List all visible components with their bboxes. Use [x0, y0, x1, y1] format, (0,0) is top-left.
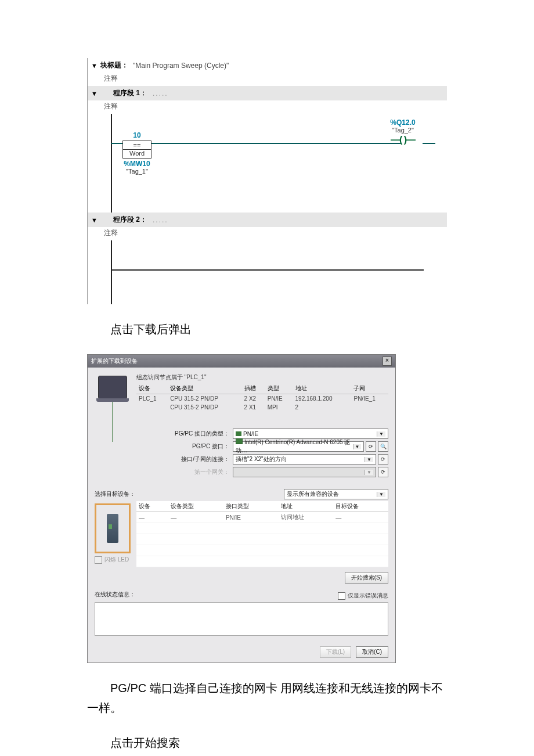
network-1-dots: ..... — [153, 89, 168, 98]
output-coil[interactable]: %Q12.0 "Tag_2" —( )— — [385, 118, 420, 145]
filter-combo[interactable]: 显示所有兼容的设备 ▼ — [284, 489, 388, 499]
compare-datatype: Word — [123, 150, 151, 157]
cell: 2 — [293, 403, 352, 412]
refresh-button[interactable]: ⟳ — [366, 441, 376, 452]
pgpc-type-combo[interactable]: PN/IE ▼ — [233, 429, 388, 439]
target-device-preview — [95, 503, 131, 553]
network-2-header[interactable]: ▼ 程序段 2： ..... — [88, 213, 447, 227]
pgpc-type-row: PG/PC 接口的类型： PN/IE ▼ — [136, 429, 388, 439]
cell: 访问地址 — [279, 512, 334, 523]
gateway-row: 第一个网关： ▼ ⟳ — [136, 467, 388, 477]
coil-address: %Q12.0 — [385, 118, 420, 127]
start-search-button[interactable]: 开始搜索(S) — [345, 572, 388, 584]
network-1-ladder[interactable]: 10 == Word %MW10 "Tag_1" %Q12.0 "Tag_2" … — [111, 114, 447, 213]
flash-led-label: 闪烁 LED — [104, 556, 129, 564]
compare-instruction[interactable]: 10 == Word %MW10 "Tag_1" — [122, 131, 151, 175]
paragraph-1: 点击下载后弹出 — [87, 319, 447, 339]
paragraph-3: 点击开始搜索 — [87, 733, 447, 753]
dialog-titlebar[interactable]: 扩展的下载到设备 × — [88, 355, 395, 368]
config-node-table: 设备 设备类型 插槽 类型 地址 子网 PLC_1 CPU 315-2 PN/D… — [136, 383, 388, 420]
cell: PN/IE_1 — [351, 394, 388, 404]
chevron-down-icon[interactable]: ▼ — [377, 431, 385, 437]
cell — [351, 403, 388, 412]
compare-operator: == — [123, 142, 151, 150]
tcol-devtype: 设备类型 — [168, 501, 223, 512]
table-row[interactable]: — — PN/IE 访问地址 — — [136, 512, 388, 523]
cell: — — [168, 512, 223, 523]
table-row[interactable]: CPU 315-2 PN/DP 2 X1 MPI 2 — [136, 403, 388, 412]
connection-row: 接口/子网的连接： 插槽"2 X2"处的方向 ▼ ⟳ — [136, 454, 388, 465]
collapse-arrow-icon[interactable]: ▼ — [91, 62, 97, 69]
cancel-button[interactable]: 取消(C) — [356, 646, 388, 658]
network-2-ladder[interactable] — [111, 240, 447, 304]
flash-led-checkbox — [95, 556, 102, 564]
chevron-down-icon[interactable]: ▼ — [365, 457, 373, 462]
dialog-title: 扩展的下载到设备 — [91, 357, 138, 365]
combo-value: 插槽"2 X2"处的方向 — [236, 455, 287, 463]
block-title-value: "Main Program Sweep (Cycle)" — [133, 62, 229, 70]
pgpc-if-row: PG/PC 接口： Intel(R) Centrino(R) Advanced-… — [136, 441, 388, 452]
collapse-arrow-icon[interactable]: ▼ — [91, 90, 97, 97]
tcol-device: 设备 — [136, 501, 168, 512]
refresh-button[interactable]: ⟳ — [378, 467, 388, 477]
only-error-checkbox[interactable] — [338, 592, 345, 600]
network-icon — [236, 431, 241, 436]
refresh-button[interactable]: ⟳ — [378, 454, 388, 465]
pgpc-if-combo[interactable]: Intel(R) Centrino(R) Advanced-N 6205 驱动…… — [233, 441, 364, 452]
cell: 2 X1 — [242, 403, 265, 412]
ladder-left-rail — [111, 240, 112, 304]
col-device: 设备 — [136, 383, 168, 394]
plc-icon — [107, 514, 118, 543]
plc-editor: ▼ 块标题： "Main Program Sweep (Cycle)" 注释 ▼… — [87, 58, 447, 304]
laptop-icon — [98, 376, 127, 399]
chevron-down-icon[interactable]: ▼ — [377, 492, 385, 497]
close-icon[interactable]: × — [383, 357, 392, 366]
cell: — — [333, 512, 388, 523]
ladder-rung — [111, 143, 400, 144]
only-error-label: 仅显示错误消息 — [348, 592, 388, 600]
network-2-dots: ..... — [153, 216, 168, 224]
col-type: 类型 — [265, 383, 293, 394]
nic-icon — [236, 438, 243, 444]
tcol-iftype: 接口类型 — [223, 501, 279, 512]
network-2-title: 程序段 2： — [113, 215, 147, 225]
collapse-arrow-icon[interactable]: ▼ — [91, 217, 97, 224]
table-row[interactable]: PLC_1 CPU 315-2 PN/DP 2 X2 PN/IE 192.168… — [136, 394, 388, 404]
config-node-label: 组态访问节点属于 "PLC_1" — [136, 373, 388, 381]
col-subnet: 子网 — [351, 383, 388, 394]
network-1-header[interactable]: ▼ 程序段 1： ..... — [88, 86, 447, 100]
cell: 192.168.1.200 — [293, 394, 352, 404]
combo-value: Intel(R) Centrino(R) Advanced-N 6205 驱动… — [236, 439, 350, 453]
pgpc-if-label: PG/PC 接口： — [136, 442, 233, 451]
connection-combo[interactable]: 插槽"2 X2"处的方向 ▼ — [233, 454, 376, 465]
cell: CPU 315-2 PN/DP — [168, 403, 241, 412]
coil-symbol-icon: —( )— — [385, 135, 420, 145]
cell: PN/IE — [223, 512, 279, 523]
gateway-label: 第一个网关： — [136, 468, 233, 476]
coil-tag: "Tag_2" — [385, 127, 420, 134]
col-addr: 地址 — [293, 383, 352, 394]
chevron-down-icon: ▼ — [365, 470, 373, 475]
target-table[interactable]: 设备 设备类型 接口类型 地址 目标设备 — — PN/IE 访问地址 — — [136, 501, 388, 567]
block-comment[interactable]: 注释 — [88, 73, 447, 86]
flash-led-row: 闪烁 LED — [95, 556, 131, 564]
connection-label: 接口/子网的连接： — [136, 455, 233, 463]
cell: PLC_1 — [136, 394, 168, 404]
network-1-title: 程序段 1： — [113, 88, 147, 98]
chevron-down-icon[interactable]: ▼ — [353, 444, 361, 449]
ladder-coil-wire — [423, 143, 435, 144]
tcol-tdev: 目标设备 — [333, 501, 388, 512]
gateway-combo: ▼ — [233, 467, 376, 477]
network-2-comment[interactable]: 注释 — [88, 227, 447, 240]
search-button[interactable]: 🔍 — [378, 441, 388, 452]
download-button: 下载(L) — [320, 646, 351, 658]
cell: PN/IE — [265, 394, 293, 404]
paragraph-2: PG/PC 端口选择自己连接的网卡 用网线连接和无线连接的网卡不一样。 — [87, 678, 447, 718]
ladder-rung — [111, 269, 424, 271]
cell: MPI — [265, 403, 293, 412]
block-title-row[interactable]: ▼ 块标题： "Main Program Sweep (Cycle)" — [88, 58, 447, 73]
col-slot: 插槽 — [242, 383, 265, 394]
network-1-comment[interactable]: 注释 — [88, 100, 447, 114]
block-title-label: 块标题： — [100, 60, 128, 70]
connection-line-icon — [112, 401, 131, 442]
